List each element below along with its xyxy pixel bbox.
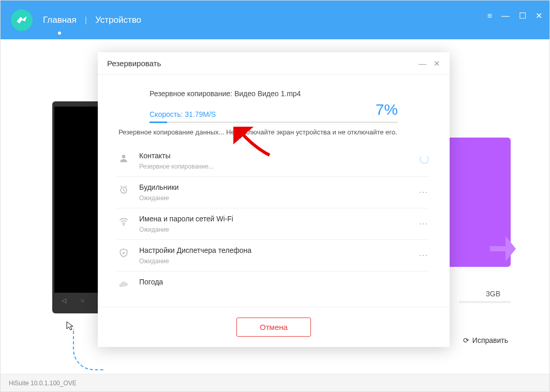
speed-value: 31.79M/S <box>185 110 216 118</box>
progress-bar-fill <box>150 122 167 123</box>
bird-icon <box>15 13 28 27</box>
item-body: Настройки Диспетчера телефонаОжидание <box>139 246 410 265</box>
cloud-icon <box>116 279 131 290</box>
list-item: Погода <box>116 272 429 296</box>
dialog-controls: — ✕ <box>419 59 440 68</box>
item-title: Имена и пароли сетей Wi-Fi <box>139 215 410 223</box>
window-controls: ≡ — ☐ ✕ <box>487 12 542 20</box>
progress-bar <box>150 122 398 123</box>
more-icon[interactable]: ⋯ <box>419 215 429 229</box>
item-status: Ожидание <box>139 258 410 265</box>
item-title: Будильники <box>139 183 410 191</box>
dialog-title: Резервировать <box>107 59 161 68</box>
item-title: Погода <box>139 278 429 286</box>
svg-point-0 <box>122 155 126 158</box>
main-nav: Главная | Устройство <box>43 15 141 25</box>
item-status: Резервное копирование... <box>139 163 411 170</box>
list-item: БудильникиОжидание⋯ <box>116 177 429 208</box>
wrench-icon: ⟳ <box>463 336 469 344</box>
phone-back-icon: ◁ <box>62 297 66 304</box>
menu-icon[interactable]: ≡ <box>487 12 492 20</box>
nav-device[interactable]: Устройство <box>95 15 141 25</box>
cancel-button[interactable]: Отмена <box>236 318 311 337</box>
minimize-icon[interactable]: — <box>501 12 510 20</box>
app-header: Главная | Устройство ≡ — ☐ ✕ <box>1 1 549 39</box>
phone-home-icon: ○ <box>81 297 84 304</box>
item-body: КонтактыРезервное копирование... <box>139 152 411 170</box>
item-body: Имена и пароли сетей Wi-FiОжидание <box>139 215 410 233</box>
dialog-minimize-icon[interactable]: — <box>419 59 426 68</box>
fix-button[interactable]: ⟳ Исправить <box>463 336 508 344</box>
spinner-icon <box>420 155 429 164</box>
item-status: Ожидание <box>139 194 410 202</box>
item-title: Контакты <box>139 152 411 160</box>
progress-section: Резервное копирование: Видео Видео 1.mp4… <box>98 75 450 143</box>
warning-text: Резервное копирование данных... Не выклю… <box>118 128 429 136</box>
list-item: КонтактыРезервное копирование... <box>116 145 429 177</box>
more-icon[interactable]: ⋯ <box>419 246 429 261</box>
item-body: Погода <box>139 278 429 289</box>
app-logo <box>11 9 33 31</box>
svg-point-2 <box>123 224 124 225</box>
status-bar: HiSuite 10.0.1.100_OVE <box>1 374 549 391</box>
speed-line: Скорость: 31.79M/S 7% <box>150 101 398 118</box>
person-icon <box>116 153 131 163</box>
version-label: HiSuite 10.0.1.100_OVE <box>9 380 77 387</box>
close-icon[interactable]: ✕ <box>536 12 542 20</box>
storage-bar <box>459 301 511 303</box>
item-status: Ожидание <box>139 226 410 233</box>
operation-label: Резервное копирование: <box>150 89 232 98</box>
dialog-titlebar: Резервировать — ✕ <box>98 52 450 75</box>
progress-percent: 7% <box>376 101 398 118</box>
list-item: Имена и пароли сетей Wi-FiОжидание⋯ <box>116 208 429 240</box>
shield-icon <box>116 248 131 258</box>
nav-separator: | <box>85 15 87 25</box>
nav-home[interactable]: Главная <box>43 15 77 25</box>
operation-line: Резервное копирование: Видео Видео 1.mp4 <box>150 89 398 98</box>
dialog-footer: Отмена <box>98 307 450 347</box>
operation-target: Видео Видео 1.mp4 <box>234 89 301 98</box>
more-icon[interactable]: ⋯ <box>419 183 429 198</box>
item-body: БудильникиОжидание <box>139 183 410 202</box>
wifi-icon <box>116 216 131 227</box>
list-item: Настройки Диспетчера телефонаОжидание⋯ <box>116 240 429 272</box>
alarm-icon <box>116 185 131 195</box>
backup-dialog: Резервировать — ✕ Резервное копирование:… <box>98 52 450 347</box>
dialog-close-icon[interactable]: ✕ <box>434 59 440 68</box>
backup-item-list: КонтактыРезервное копирование...Будильни… <box>98 143 450 307</box>
storage-size: 3GB <box>486 290 500 298</box>
maximize-icon[interactable]: ☐ <box>519 12 526 20</box>
fix-label: Исправить <box>472 336 508 344</box>
item-title: Настройки Диспетчера телефона <box>139 246 410 254</box>
speed-label: Скорость: <box>150 110 183 118</box>
